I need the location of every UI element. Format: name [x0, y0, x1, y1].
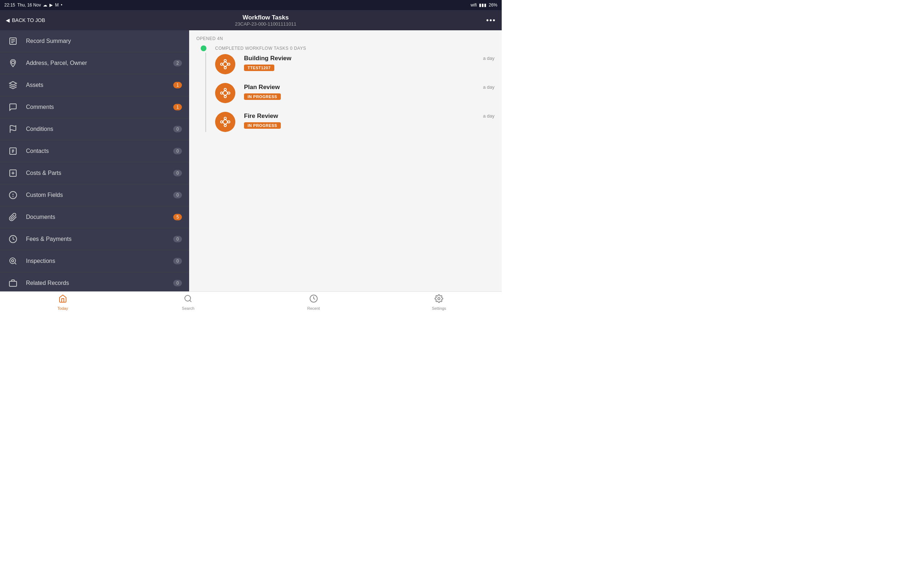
sidebar: Record Summary Address, Parcel, Owner 2 …: [0, 30, 189, 292]
nav-today[interactable]: Today: [0, 294, 126, 311]
svg-point-37: [224, 89, 226, 90]
workflow-title-2: Fire Review: [244, 113, 483, 120]
svg-point-40: [221, 92, 223, 94]
opened-label: OPENED 4N: [196, 36, 494, 41]
workflow-info-2: Fire Review IN PROGRESS: [244, 110, 483, 129]
workflow-circle-0: [215, 54, 235, 74]
sidebar-label-documents: Documents: [26, 214, 166, 220]
svg-point-48: [224, 124, 226, 127]
dot-icon: •: [61, 3, 62, 8]
sidebar-label-inspections: Inspections: [26, 258, 166, 264]
costs-parts-icon: [7, 167, 19, 179]
workflow-badge-2: IN PROGRESS: [244, 122, 281, 129]
svg-point-38: [228, 92, 230, 94]
back-button[interactable]: ◀ BACK TO JOB: [6, 17, 45, 23]
workflow-title-1: Plan Review: [244, 84, 483, 91]
sidebar-item-costs-parts[interactable]: Costs & Parts 0: [0, 162, 189, 184]
time: 22:15: [4, 3, 15, 8]
workflow-info-1: Plan Review IN PROGRESS: [244, 82, 483, 100]
battery: 26%: [489, 3, 498, 8]
sidebar-item-comments[interactable]: Comments 1: [0, 96, 189, 118]
conditions-icon: [7, 123, 19, 135]
workflow-circle-1: [215, 83, 235, 103]
sidebar-item-record-summary[interactable]: Record Summary: [0, 30, 189, 52]
nav-settings[interactable]: Settings: [376, 294, 502, 311]
timeline-start-dot: [201, 45, 207, 51]
content-top: OPENED 4N: [196, 36, 494, 41]
sidebar-item-inspections[interactable]: Inspections 0: [0, 250, 189, 272]
badge-conditions: 0: [173, 126, 182, 132]
workflow-circle-2: [215, 112, 235, 132]
search-label: Search: [182, 306, 195, 311]
mail-icon: M: [55, 3, 58, 8]
video-icon: ▶: [50, 3, 53, 8]
badge-related-records: 0: [173, 280, 182, 286]
back-arrow-icon: ◀: [6, 17, 10, 23]
address-icon: [7, 57, 19, 69]
menu-button[interactable]: •••: [486, 16, 496, 24]
settings-icon: [435, 294, 443, 305]
sidebar-label-address: Address, Parcel, Owner: [26, 60, 166, 66]
today-icon: [58, 294, 67, 305]
svg-line-55: [190, 300, 191, 302]
fees-payments-icon: [7, 233, 19, 245]
bottom-nav: Today Search Recent Settings: [0, 292, 502, 313]
svg-point-45: [223, 120, 228, 124]
status-bar: 22:15 Thu, 16 Nov ☁ ▶ M • wifi ▮▮▮ 26%: [0, 0, 502, 10]
sidebar-item-conditions[interactable]: Conditions 0: [0, 118, 189, 140]
workflow-task-2[interactable]: Fire Review IN PROGRESS a day: [215, 110, 494, 132]
nav-recent[interactable]: Recent: [251, 294, 376, 311]
wifi-icon: wifi: [471, 3, 477, 8]
assets-icon: [7, 79, 19, 91]
svg-point-46: [224, 117, 226, 119]
svg-point-15: [10, 258, 16, 264]
sidebar-item-address-parcel-owner[interactable]: Address, Parcel, Owner 2: [0, 52, 189, 74]
workflow-time-2: a day: [483, 110, 494, 119]
status-bar-left: 22:15 Thu, 16 Nov ☁ ▶ M •: [4, 3, 63, 8]
cloud-icon: ☁: [43, 3, 47, 8]
svg-point-29: [228, 63, 230, 65]
workflow-time-1: a day: [483, 82, 494, 90]
workflow-badge-0: TTEST1207: [244, 64, 274, 71]
workflow-info-0: Building Review TTEST1207: [244, 53, 483, 71]
svg-point-49: [221, 121, 223, 123]
sidebar-label-costs-parts: Costs & Parts: [26, 170, 166, 176]
svg-point-54: [185, 295, 191, 301]
nav-search[interactable]: Search: [126, 294, 251, 311]
sidebar-label-related-records: Related Records: [26, 280, 166, 286]
custom-fields-icon: [7, 189, 19, 201]
workflow-time-0: a day: [483, 53, 494, 61]
svg-point-31: [221, 63, 223, 65]
svg-marker-5: [10, 82, 16, 85]
svg-point-47: [228, 121, 230, 123]
workflow-title-0: Building Review: [244, 55, 483, 62]
sidebar-item-contacts[interactable]: Contacts 0: [0, 140, 189, 162]
related-records-icon: [7, 277, 19, 289]
svg-point-28: [224, 60, 226, 62]
workflow-task-0[interactable]: Building Review TTEST1207 a day: [215, 53, 494, 76]
sidebar-item-related-records[interactable]: Related Records 0: [0, 272, 189, 292]
svg-point-39: [224, 95, 226, 98]
contacts-icon: [7, 145, 19, 157]
today-label: Today: [57, 306, 68, 311]
svg-rect-17: [10, 281, 16, 286]
svg-point-13: [13, 197, 13, 197]
sidebar-item-fees-payments[interactable]: Fees & Payments 0: [0, 228, 189, 250]
completed-label: COMPLETED WORKFLOW TASKS 0 DAYS: [215, 46, 306, 51]
page-subtitle: 23CAP-23-000-11001111011: [235, 21, 296, 27]
badge-documents: 5: [173, 214, 182, 220]
sidebar-item-documents[interactable]: Documents 5: [0, 206, 189, 228]
main-layout: Record Summary Address, Parcel, Owner 2 …: [0, 30, 502, 292]
badge-custom-fields: 0: [173, 192, 182, 198]
sidebar-item-custom-fields[interactable]: Custom Fields 0: [0, 184, 189, 206]
sidebar-item-assets[interactable]: Assets 1: [0, 74, 189, 96]
svg-point-36: [223, 91, 228, 95]
header-title-block: Workflow Tasks 23CAP-23-000-11001111011: [51, 14, 480, 27]
svg-point-57: [438, 298, 440, 300]
workflow-task-1[interactable]: Plan Review IN PROGRESS a day: [215, 82, 494, 105]
inspections-icon: [7, 255, 19, 267]
svg-point-30: [224, 67, 226, 69]
sidebar-label-conditions: Conditions: [26, 126, 166, 132]
date: Thu, 16 Nov: [17, 3, 41, 8]
sidebar-label-fees-payments: Fees & Payments: [26, 236, 166, 242]
